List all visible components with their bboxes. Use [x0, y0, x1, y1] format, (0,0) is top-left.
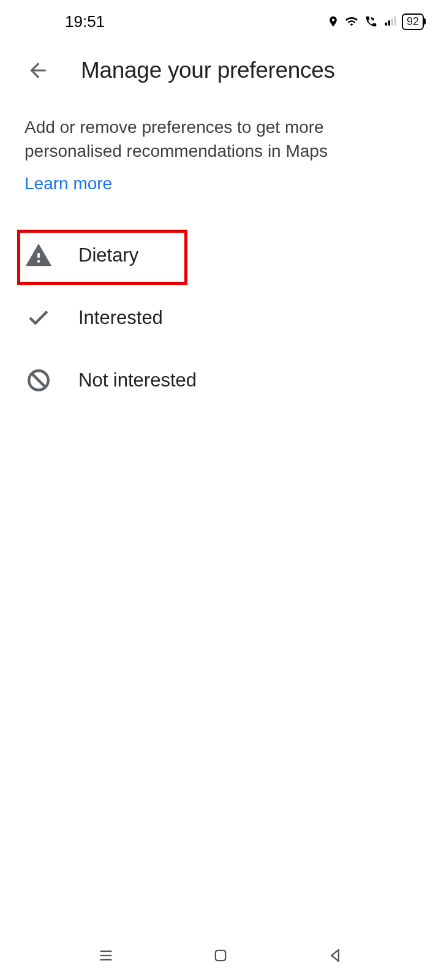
status-time: 19:51: [65, 12, 105, 31]
navigation-bar: [0, 931, 441, 980]
preference-label: Dietary: [78, 244, 138, 266]
preference-item-dietary[interactable]: Dietary: [0, 224, 441, 287]
check-icon: [24, 304, 53, 332]
svg-rect-1: [388, 20, 390, 25]
status-icons: 92: [327, 13, 424, 30]
description-block: Add or remove preferences to get more pe…: [0, 89, 441, 198]
location-icon: [327, 14, 339, 29]
square-icon: [212, 947, 229, 964]
battery-level: 92: [407, 15, 419, 28]
triangle-back-icon: [326, 947, 344, 964]
preference-label: Not interested: [78, 369, 197, 391]
battery-indicator: 92: [402, 13, 424, 30]
menu-icon: [97, 947, 115, 964]
preference-item-interested[interactable]: Interested: [0, 287, 441, 349]
svg-rect-9: [216, 951, 225, 960]
block-icon: [24, 366, 53, 394]
nav-back-button[interactable]: [322, 942, 349, 969]
preference-list: Dietary Interested Not interested: [0, 224, 441, 412]
signal-icon: [383, 15, 398, 28]
svg-rect-0: [385, 23, 387, 26]
arrow-left-icon: [26, 59, 50, 82]
svg-rect-2: [391, 18, 393, 26]
nav-home-button[interactable]: [207, 942, 234, 969]
learn-more-link[interactable]: Learn more: [24, 174, 417, 194]
warning-icon: [24, 241, 53, 270]
back-button[interactable]: [26, 58, 50, 83]
app-header: Manage your preferences: [0, 40, 441, 89]
wifi-icon: [344, 15, 360, 28]
svg-line-5: [32, 374, 46, 388]
phone-call-icon: [364, 15, 379, 28]
nav-recent-button[interactable]: [92, 942, 119, 969]
page-title: Manage your preferences: [81, 58, 335, 83]
preference-label: Interested: [78, 307, 163, 329]
description-text: Add or remove preferences to get more pe…: [24, 115, 417, 163]
preference-item-not-interested[interactable]: Not interested: [0, 349, 441, 412]
status-bar: 19:51 92: [0, 0, 441, 40]
svg-rect-3: [394, 17, 396, 26]
